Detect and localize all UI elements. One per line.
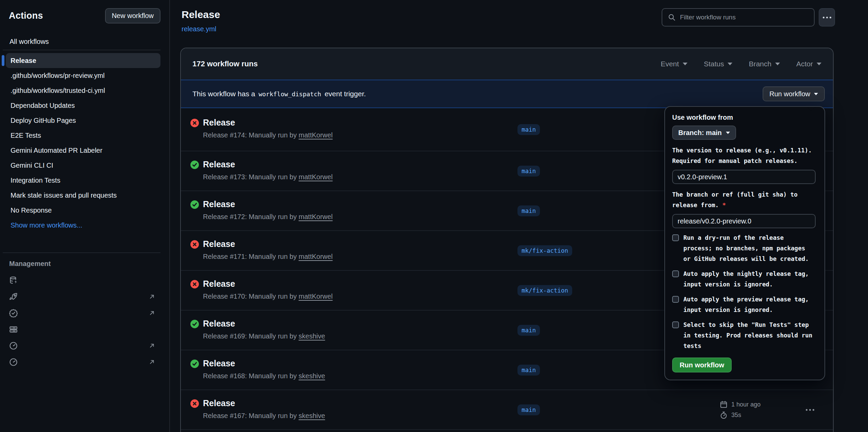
page-title: Release [182,9,220,20]
run-title-link[interactable]: Release [203,199,235,209]
external-link-icon [148,293,156,300]
sidebar-workflow-item[interactable]: .github/workflows/pr-review.yml [6,68,160,83]
run-actor-link[interactable]: mattKorwel [299,253,333,260]
checkbox[interactable] [672,234,679,241]
workflow-file-link[interactable]: release.yml [182,25,216,33]
sidebar-management-item[interactable]: Attestations [0,305,169,321]
page-kebab-menu-button[interactable] [819,8,835,27]
x-circle-icon [190,240,199,249]
run-filter-status[interactable]: Status [704,60,733,68]
branch-badge[interactable]: main [517,205,540,216]
run-title-link[interactable]: Release [203,319,235,329]
kebab-menu-button[interactable] [806,409,814,411]
kebab-icon [823,17,831,18]
run-actor-link[interactable]: mattKorwel [299,293,333,300]
workflow-label: No Response [11,206,52,214]
sidebar-divider [3,252,160,253]
sidebar-workflow-item[interactable]: Release [6,53,160,68]
stopwatch-icon [720,411,728,419]
run-actor-link[interactable]: skeshive [299,332,325,340]
sidebar-workflow-item[interactable]: No Response [6,203,160,218]
branch-select-button[interactable]: Branch: main [672,126,736,140]
banner-text-after: event trigger. [325,90,366,98]
sidebar-workflow-item[interactable]: Dependabot Updates [6,98,160,113]
workflow-dispatch-banner: This workflow has a workflow_dispatch ev… [181,80,833,108]
sidebar-workflow-item[interactable]: .github/workflows/trusted-ci.yml [6,83,160,98]
branch-badge[interactable]: mk/fix-action [517,245,572,256]
sidebar-management-item[interactable]: Usage metrics [0,337,169,354]
workflow-input-field[interactable] [672,170,816,184]
run-workflow-submit-button[interactable]: Run workflow [672,358,732,372]
run-title-link[interactable]: Release [203,359,235,368]
run-description: Release #168: Manually run by skeshive [203,372,325,380]
sidebar-workflow-item[interactable]: Mark stale issues and pull requests [6,188,160,203]
sidebar-management-item[interactable]: Runners [0,321,169,337]
chevron-down-icon [814,93,818,95]
workflow-nav-list: Release .github/workflows/pr-review.yml … [0,53,169,233]
run-title-link[interactable]: Release [203,239,235,249]
sidebar-item-all-workflows[interactable]: All workflows [3,33,160,50]
run-filter-branch[interactable]: Branch [749,60,780,68]
branch-badge[interactable]: mk/fix-action [517,285,572,296]
workflow-label: Integration Tests [11,177,60,184]
checkbox-label: Auto apply the preview release tag, inpu… [683,296,809,313]
sidebar-workflow-item[interactable]: Gemini CLI CI [6,158,160,173]
workflow-label: .github/workflows/pr-review.yml [11,72,105,80]
checkbox[interactable] [672,270,679,277]
branch-badge[interactable]: main [517,365,540,376]
external-link-icon [148,309,156,317]
workflow-run-row[interactable] [181,429,833,432]
checkbox[interactable] [672,321,679,328]
run-actor-link[interactable]: mattKorwel [299,173,333,181]
run-description: Release #172: Manually run by mattKorwel [203,213,333,221]
run-filter-event[interactable]: Event [661,60,687,68]
x-circle-icon [190,119,199,127]
branch-badge[interactable]: main [517,166,540,177]
sidebar-workflow-item[interactable]: Gemini Automated PR Labeler [6,143,160,158]
sidebar-workflow-item[interactable]: Show more workflows... [6,218,160,233]
new-workflow-button[interactable]: New workflow [105,8,160,23]
filter-runs-input[interactable] [680,14,809,21]
chevron-down-icon [817,63,821,65]
checkbox-row[interactable]: Auto apply the nightly release tag, inpu… [672,269,816,290]
run-title-link[interactable]: Release [203,279,235,289]
run-actor-link[interactable]: skeshive [299,412,325,419]
run-meta: 1 hour ago 35s [720,401,761,419]
run-description: Release #174: Manually run by mattKorwel [203,131,333,139]
sidebar-management-item[interactable]: Caches [0,272,169,288]
checkbox-row[interactable]: Auto apply the preview release tag, inpu… [672,294,816,315]
branch-badge[interactable]: main [517,124,540,135]
sidebar-workflow-item[interactable]: E2E Tests [6,128,160,143]
checkbox-row[interactable]: Select to skip the "Run Tests" step in t… [672,320,816,351]
branch-badge[interactable]: main [517,404,540,415]
run-actor-link[interactable]: mattKorwel [299,213,333,220]
sidebar-management-item[interactable]: Performance metrics [0,354,169,370]
chevron-down-icon [775,63,780,65]
run-title-link[interactable]: Release [203,160,235,169]
branch-badge[interactable]: main [517,325,540,336]
meter-icon [9,342,18,350]
run-filters: Event Status Branch Actor [661,60,821,68]
input-help-text: The version to release (e.g., v0.1.11). … [672,145,816,166]
sidebar-workflow-item[interactable]: Deploy GitHub Pages [6,113,160,128]
meter-icon [9,358,18,366]
run-workflow-dropdown-button[interactable]: Run workflow [763,86,825,101]
workflow-input-field[interactable] [672,214,816,228]
run-actor-link[interactable]: skeshive [299,372,325,380]
x-circle-icon [190,399,199,408]
checkbox[interactable] [672,296,679,303]
run-title-link[interactable]: Release [203,118,235,128]
run-actor-link[interactable]: mattKorwel [299,131,333,139]
run-filter-actor[interactable]: Actor [796,60,821,68]
sidebar-management-item[interactable]: Deployments [0,288,169,305]
sidebar-workflow-item[interactable]: Integration Tests [6,173,160,188]
workflow-run-row[interactable]: Release Release #167: Manually run by sk… [181,389,833,429]
external-link-icon [148,342,156,349]
workflow-label: Show more workflows... [11,221,82,229]
run-description: Release #167: Manually run by skeshive [203,412,325,420]
run-duration: 35s [731,412,741,419]
filter-searchbox[interactable] [662,8,815,27]
run-title-link[interactable]: Release [203,398,235,408]
checkbox-row[interactable]: Run a dry-run of the release process; no… [672,233,816,264]
cache-icon [9,276,18,285]
